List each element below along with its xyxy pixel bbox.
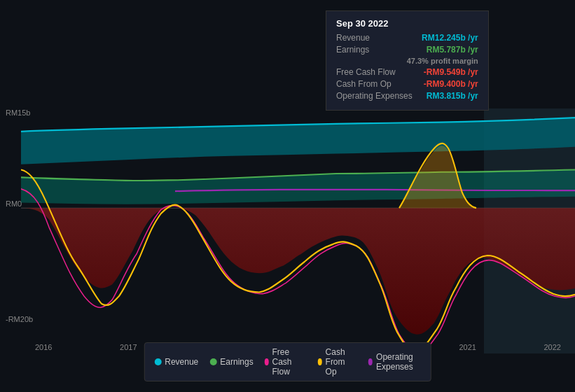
legend-dot-fcf <box>265 358 269 365</box>
legend-item-opex[interactable]: Operating Expenses <box>368 347 421 377</box>
chart-area <box>21 108 575 354</box>
tooltip-row-fcf: Free Cash Flow -RM9.549b /yr <box>336 67 478 77</box>
tooltip-value-revenue: RM12.245b /yr <box>422 33 478 43</box>
tooltip: Sep 30 2022 Revenue RM12.245b /yr Earnin… <box>326 10 489 111</box>
tooltip-label-earnings: Earnings <box>336 45 369 55</box>
tooltip-row-earnings: Earnings RM5.787b /yr <box>336 45 478 55</box>
legend-dot-opex <box>368 358 373 365</box>
legend-label-revenue: Revenue <box>165 357 198 367</box>
x-label-2021: 2021 <box>459 343 476 351</box>
tooltip-row-margin: 47.3% profit margin <box>336 57 478 65</box>
chart-svg <box>21 108 575 354</box>
legend-label-earnings: Earnings <box>220 357 253 367</box>
chart-container: Sep 30 2022 Revenue RM12.245b /yr Earnin… <box>0 0 575 392</box>
tooltip-value-fcf: -RM9.549b /yr <box>424 67 478 77</box>
tooltip-value-earnings: RM5.787b /yr <box>427 45 478 55</box>
legend-dot-revenue <box>154 358 161 365</box>
legend-item-revenue[interactable]: Revenue <box>154 347 198 377</box>
legend-label-cfo: Cash From Op <box>326 347 358 377</box>
legend-dot-cfo <box>318 358 322 365</box>
tooltip-label-fcf: Free Cash Flow <box>336 67 396 77</box>
legend-item-fcf[interactable]: Free Cash Flow <box>265 347 307 377</box>
legend: Revenue Earnings Free Cash Flow Cash Fro… <box>144 342 431 382</box>
legend-dot-earnings <box>209 358 216 365</box>
tooltip-row-cfo: Cash From Op -RM9.400b /yr <box>336 79 478 89</box>
tooltip-row-revenue: Revenue RM12.245b /yr <box>336 33 478 43</box>
legend-item-cfo[interactable]: Cash From Op <box>318 347 357 377</box>
tooltip-label-revenue: Revenue <box>336 33 370 43</box>
tooltip-title: Sep 30 2022 <box>336 18 478 29</box>
y-label-mid: RM0 <box>6 200 22 208</box>
tooltip-value-cfo: -RM9.400b /yr <box>424 79 478 89</box>
legend-item-earnings[interactable]: Earnings <box>209 347 253 377</box>
earnings-value: RM5.787b /yr <box>427 45 478 55</box>
tooltip-label-opex: Operating Expenses <box>336 91 413 101</box>
tooltip-margin: 47.3% profit margin <box>407 57 478 65</box>
tooltip-value-opex: RM3.815b /yr <box>427 91 478 101</box>
x-label-2016: 2016 <box>35 343 52 351</box>
tooltip-label-cfo: Cash From Op <box>336 79 392 89</box>
x-label-2017: 2017 <box>120 343 137 351</box>
legend-label-fcf: Free Cash Flow <box>272 347 306 377</box>
legend-label-opex: Operating Expenses <box>376 352 421 372</box>
tooltip-row-opex: Operating Expenses RM3.815b /yr <box>336 91 478 101</box>
x-label-2022: 2022 <box>543 343 560 351</box>
